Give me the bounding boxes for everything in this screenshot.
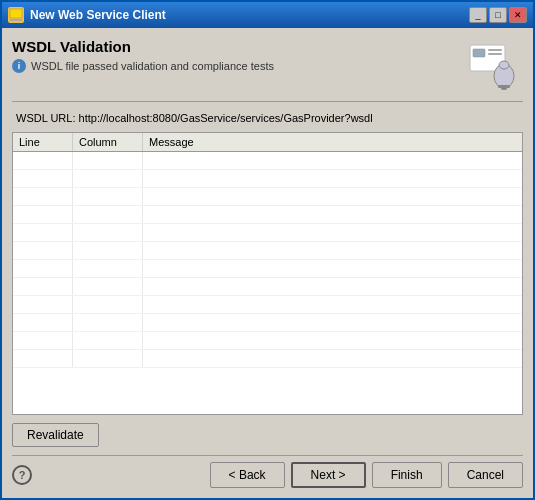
table-row [13, 278, 522, 296]
divider-top [12, 101, 523, 102]
cell-column [73, 314, 143, 331]
cancel-button[interactable]: Cancel [448, 462, 523, 488]
cell-message [143, 350, 522, 367]
cell-message [143, 278, 522, 295]
section-title-area: WSDL Validation i WSDL file passed valid… [12, 38, 463, 73]
cell-line [13, 152, 73, 169]
cell-message [143, 296, 522, 313]
cell-message [143, 314, 522, 331]
main-content: WSDL Validation i WSDL file passed valid… [2, 28, 533, 498]
title-controls: _ □ ✕ [469, 7, 527, 23]
cell-message [143, 152, 522, 169]
table-body [13, 152, 522, 414]
svg-rect-0 [10, 9, 22, 18]
cell-column [73, 350, 143, 367]
cell-column [73, 170, 143, 187]
minimize-button[interactable]: _ [469, 7, 487, 23]
finish-button[interactable]: Finish [372, 462, 442, 488]
back-button[interactable]: < Back [210, 462, 285, 488]
section-title: WSDL Validation [12, 38, 463, 55]
cell-message [143, 332, 522, 349]
table-row [13, 242, 522, 260]
column-header-message: Message [143, 133, 522, 151]
window-icon [8, 7, 24, 23]
svg-point-9 [501, 86, 507, 90]
cell-message [143, 206, 522, 223]
svg-rect-3 [473, 49, 485, 57]
info-icon: i [12, 59, 26, 73]
cell-line [13, 278, 73, 295]
column-header-line: Line [13, 133, 73, 151]
wsdl-url-value: http://localhost:8080/GasService/service… [79, 112, 373, 124]
cell-line [13, 260, 73, 277]
svg-point-7 [499, 61, 509, 69]
window: New Web Service Client _ □ ✕ WSDL Valida… [0, 0, 535, 500]
cell-line [13, 242, 73, 259]
cell-line [13, 188, 73, 205]
maximize-button[interactable]: □ [489, 7, 507, 23]
title-bar: New Web Service Client _ □ ✕ [2, 2, 533, 28]
section-header: WSDL Validation i WSDL file passed valid… [12, 38, 523, 93]
section-subtitle: i WSDL file passed validation and compli… [12, 59, 463, 73]
validation-table: Line Column Message [12, 132, 523, 415]
cell-line [13, 224, 73, 241]
section-subtitle-text: WSDL file passed validation and complian… [31, 60, 274, 72]
cell-line [13, 296, 73, 313]
cell-column [73, 188, 143, 205]
svg-rect-5 [488, 53, 502, 55]
cell-line [13, 350, 73, 367]
revalidate-button[interactable]: Revalidate [12, 423, 99, 447]
cell-column [73, 224, 143, 241]
cell-column [73, 260, 143, 277]
table-row [13, 206, 522, 224]
cell-line [13, 170, 73, 187]
bottom-separator [12, 455, 523, 456]
svg-rect-1 [10, 19, 22, 21]
window-title: New Web Service Client [30, 8, 166, 22]
cell-column [73, 332, 143, 349]
table-row [13, 170, 522, 188]
wsdl-icon [463, 38, 523, 93]
cell-line [13, 332, 73, 349]
cell-column [73, 206, 143, 223]
cell-message [143, 188, 522, 205]
bottom-bar: ? < Back Next > Finish Cancel [12, 462, 523, 488]
table-header: Line Column Message [13, 133, 522, 152]
column-header-column: Column [73, 133, 143, 151]
svg-rect-4 [488, 49, 502, 51]
next-button[interactable]: Next > [291, 462, 366, 488]
table-row [13, 350, 522, 368]
nav-buttons: < Back Next > Finish Cancel [210, 462, 523, 488]
cell-column [73, 296, 143, 313]
table-row [13, 296, 522, 314]
close-button[interactable]: ✕ [509, 7, 527, 23]
table-row [13, 188, 522, 206]
cell-message [143, 170, 522, 187]
cell-message [143, 224, 522, 241]
wsdl-url-bar: WSDL URL: http://localhost:8080/GasServi… [12, 108, 523, 128]
cell-line [13, 314, 73, 331]
cell-column [73, 278, 143, 295]
table-row [13, 224, 522, 242]
help-icon[interactable]: ? [12, 465, 32, 485]
cell-column [73, 242, 143, 259]
cell-message [143, 260, 522, 277]
wsdl-url-label: WSDL URL: [16, 112, 76, 124]
title-bar-left: New Web Service Client [8, 7, 166, 23]
table-row [13, 314, 522, 332]
revalidate-area: Revalidate [12, 423, 523, 447]
table-row [13, 152, 522, 170]
table-row [13, 332, 522, 350]
cell-column [73, 152, 143, 169]
table-row [13, 260, 522, 278]
cell-message [143, 242, 522, 259]
cell-line [13, 206, 73, 223]
